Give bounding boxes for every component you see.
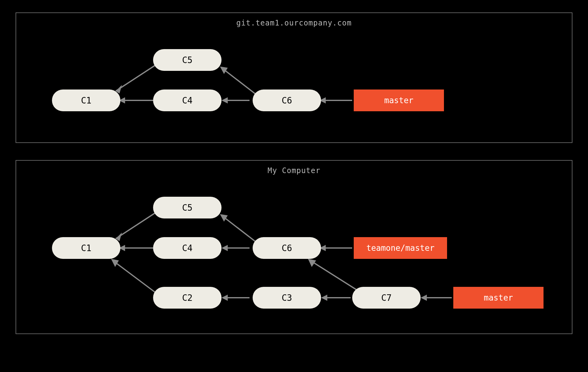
svg-line-10 bbox=[116, 212, 156, 239]
branch-master: master bbox=[453, 287, 544, 309]
panel-remote-arrows bbox=[16, 27, 572, 139]
branch-label: master bbox=[484, 293, 513, 302]
svg-marker-29 bbox=[421, 295, 427, 301]
branch-label: master bbox=[384, 96, 413, 105]
commit-c5: C5 bbox=[153, 197, 222, 218]
panel-local: My Computer bbox=[16, 160, 572, 334]
svg-line-16 bbox=[222, 215, 256, 242]
commit-label: C5 bbox=[182, 203, 193, 213]
panel-remote-canvas: C1 C5 C4 C6 master bbox=[16, 27, 572, 139]
commit-label: C1 bbox=[81, 243, 91, 253]
commit-label: C5 bbox=[182, 55, 193, 65]
commit-c5: C5 bbox=[153, 49, 222, 71]
commit-c2: C2 bbox=[153, 287, 222, 309]
commit-label: C2 bbox=[182, 293, 193, 303]
svg-line-14 bbox=[113, 260, 156, 293]
svg-line-0 bbox=[116, 65, 156, 91]
commit-c6: C6 bbox=[253, 90, 321, 111]
commit-c4: C4 bbox=[153, 237, 222, 259]
commit-label: C4 bbox=[182, 243, 193, 253]
commit-label: C4 bbox=[182, 95, 193, 106]
commit-c3: C3 bbox=[253, 287, 321, 309]
branch-label: teamone/master bbox=[366, 243, 434, 253]
commit-c1: C1 bbox=[52, 237, 120, 259]
svg-marker-19 bbox=[222, 245, 228, 251]
commit-c7: C7 bbox=[352, 287, 421, 309]
svg-marker-17 bbox=[220, 214, 228, 222]
commit-label: C1 bbox=[81, 95, 91, 106]
commit-label: C6 bbox=[282, 95, 292, 106]
svg-marker-23 bbox=[308, 259, 316, 267]
panel-remote-title: git.team1.ourcompany.com bbox=[16, 13, 572, 27]
panel-local-canvas: C1 C5 C4 C2 C6 C3 C7 teamone/master mast… bbox=[16, 175, 572, 330]
commit-c1: C1 bbox=[52, 90, 120, 111]
svg-marker-25 bbox=[321, 295, 327, 301]
svg-marker-5 bbox=[220, 67, 228, 74]
commit-c4: C4 bbox=[153, 90, 222, 111]
commit-label: C3 bbox=[282, 293, 292, 303]
commit-label: C6 bbox=[282, 243, 292, 253]
panel-remote: git.team1.ourcompany.com C1 C5 C4 C6 mas… bbox=[16, 12, 572, 143]
svg-line-22 bbox=[310, 260, 357, 290]
panel-local-title: My Computer bbox=[16, 161, 572, 175]
branch-teamone-master: teamone/master bbox=[354, 237, 447, 259]
svg-marker-7 bbox=[222, 97, 228, 103]
svg-line-4 bbox=[222, 68, 256, 94]
commit-c6: C6 bbox=[253, 237, 321, 259]
branch-master: master bbox=[354, 90, 444, 111]
commit-label: C7 bbox=[381, 293, 392, 303]
svg-marker-15 bbox=[111, 259, 119, 267]
svg-marker-21 bbox=[222, 295, 228, 301]
